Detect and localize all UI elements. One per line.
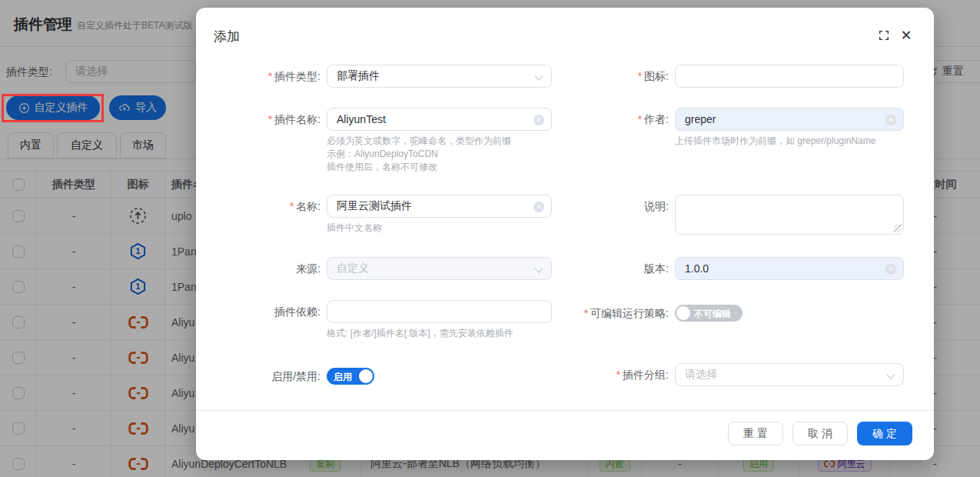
required-asterisk: * <box>638 70 642 82</box>
plugin-name-help-3: 插件使用后，名称不可修改 <box>327 161 552 174</box>
required-asterisk: * <box>638 113 642 125</box>
screen: 插件管理 自定义插件处于BETA测试版， 插件类型: 请选择 重置 自定义插件 … <box>0 0 980 477</box>
plugin-name-help-2: 示例：AliyunDeployToCDN <box>327 148 552 161</box>
clear-icon[interactable]: ✕ <box>885 264 896 275</box>
dialog-title: 添加 <box>214 28 240 45</box>
name-value: 阿里云测试插件 <box>337 199 412 213</box>
form-item-group: *插件分组: 请选择 <box>527 363 904 386</box>
form-item-dependencies: 插件依赖: 格式: [作者/]插件名[:版本]，需先安装依赖插件 <box>211 300 552 340</box>
footer-divider <box>196 410 934 411</box>
dialog-footer: 重 置 取 消 确 定 <box>728 422 912 445</box>
cancel-button[interactable]: 取 消 <box>792 422 848 445</box>
plugin-group-select[interactable]: 请选择 <box>675 363 904 386</box>
dependencies-input[interactable] <box>327 300 552 323</box>
name-help: 插件中文名称 <box>327 222 552 235</box>
form-item-name: *名称: 阿里云测试插件 ✕ 插件中文名称 <box>211 195 552 235</box>
plugin-name-help-1: 必须为英文或数字，驼峰命名，类型作为前缀 <box>327 135 552 148</box>
source-value: 自定义 <box>337 262 369 275</box>
resize-handle-icon[interactable] <box>894 225 902 232</box>
form-item-version: 版本: 1.0.0 ✕ <box>527 257 904 280</box>
form-item-author: *作者: greper ✕ 上传插件市场时作为前缀，如 greper/plugi… <box>527 108 904 148</box>
form-item-source: 来源: 自定义 <box>211 257 552 280</box>
version-input[interactable]: 1.0.0 ✕ <box>675 257 904 280</box>
edit-policy-toggle[interactable]: 不可编辑 <box>675 305 742 322</box>
name-input[interactable]: 阿里云测试插件 ✕ <box>327 195 552 218</box>
icon-input[interactable] <box>675 65 904 88</box>
plugin-type-value: 部署插件 <box>337 69 380 83</box>
clear-icon[interactable]: ✕ <box>885 115 896 125</box>
form-item-plugin-name: *插件名称: AliyunTest ✕ 必须为英文或数字，驼峰命名，类型作为前缀… <box>211 108 552 174</box>
plugin-name-value: AliyunTest <box>337 113 386 125</box>
source-select: 自定义 <box>327 257 552 280</box>
plugin-type-select[interactable]: 部署插件 <box>327 65 552 88</box>
required-asterisk: * <box>268 113 272 125</box>
form-item-enabled: 启用/禁用: 启用 <box>211 365 374 388</box>
required-asterisk: * <box>290 200 294 212</box>
fullscreen-icon[interactable] <box>877 28 891 42</box>
form-item-edit-policy: *可编辑运行策略: 不可编辑 <box>527 302 742 325</box>
description-textarea[interactable] <box>675 195 904 235</box>
form-item-icon: *图标: <box>527 65 904 88</box>
enabled-state: 启用 <box>334 371 352 384</box>
chevron-down-icon <box>886 370 895 379</box>
add-plugin-dialog: 添加 ✕ *插件类型: 部署插件 *图标: *插件名称: <box>196 8 934 460</box>
dependencies-help: 格式: [作者/]插件名[:版本]，需先安装依赖插件 <box>327 327 552 340</box>
edit-policy-state: 不可编辑 <box>694 308 731 321</box>
form-item-description: 说明: <box>527 195 904 235</box>
author-help: 上传插件市场时作为前缀，如 greper/pluginName <box>675 135 904 148</box>
confirm-button[interactable]: 确 定 <box>857 422 912 445</box>
plugin-name-input[interactable]: AliyunTest ✕ <box>327 108 552 131</box>
plugin-group-placeholder: 请选择 <box>685 368 717 382</box>
required-asterisk: * <box>268 70 272 82</box>
version-value: 1.0.0 <box>685 262 709 275</box>
close-icon[interactable]: ✕ <box>899 28 913 42</box>
reset-button[interactable]: 重 置 <box>728 422 783 445</box>
toggle-knob <box>676 306 690 320</box>
author-value: greper <box>685 113 716 125</box>
form-item-plugin-type: *插件类型: 部署插件 <box>211 65 552 88</box>
author-input[interactable]: greper ✕ <box>675 108 904 131</box>
required-asterisk: * <box>616 369 620 381</box>
enabled-toggle[interactable]: 启用 <box>327 368 374 385</box>
highlight-red-box <box>2 94 104 122</box>
toggle-knob <box>359 369 373 383</box>
required-asterisk: * <box>584 307 588 319</box>
